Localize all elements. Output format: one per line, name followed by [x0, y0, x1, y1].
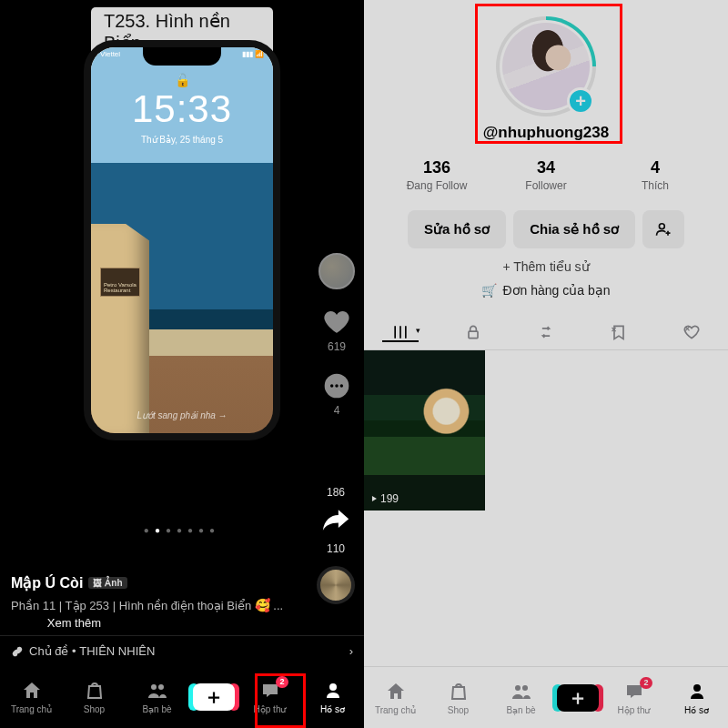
feed-screen: T253. Hình nền Biển Viettel▮▮▮ 📶 🔓 15:33…: [0, 0, 364, 728]
add-bio-link[interactable]: + Thêm tiểu sử: [364, 259, 728, 274]
edit-profile-button[interactable]: Sửa hồ sơ: [408, 210, 506, 248]
inbox-badge: 2: [640, 677, 652, 689]
author-name[interactable]: Mập Ú Còi: [11, 574, 83, 592]
stat-following[interactable]: 136 Đang Follow: [382, 158, 491, 192]
tab-inbox[interactable]: 2 Hộp thư: [243, 680, 298, 714]
comment-icon: [322, 371, 351, 400]
tab-liked[interactable]: [664, 323, 719, 341]
tab-reposts[interactable]: [519, 323, 573, 341]
profile-handle[interactable]: @nhuphuong238: [364, 124, 728, 142]
swipe-hint: Lướt sang phải nha →: [91, 410, 273, 420]
tab-home[interactable]: Trang chủ: [369, 681, 423, 715]
share-block: 186 110: [317, 486, 355, 604]
topic-prefix: Chủ đề •: [29, 644, 76, 658]
tab-grid[interactable]: ▾: [373, 323, 428, 341]
video-caption[interactable]: Phần 11 | Tập 253 | Hình nền điện thoại …: [11, 597, 300, 632]
profile-avatar[interactable]: +: [496, 16, 596, 116]
person-icon: [686, 681, 708, 703]
profile-content-tabs: ▾: [364, 314, 728, 350]
like-button[interactable]: 619: [322, 308, 351, 353]
comment-button[interactable]: 4: [322, 371, 351, 417]
carousel-dots: ●●●●●●●: [0, 525, 364, 535]
home-icon: [21, 680, 43, 702]
bookmark-icon: [610, 323, 628, 341]
add-user-icon: [654, 220, 672, 238]
signal-icons: ▮▮▮ 📶: [242, 50, 264, 58]
stat-likes[interactable]: 4 Thích: [601, 158, 710, 192]
play-icon: [369, 494, 379, 503]
tab-shop[interactable]: Shop: [431, 681, 486, 715]
like-count: 619: [328, 340, 346, 353]
profile-screen: + @nhuphuong238 136 Đang Follow 34 Follo…: [364, 0, 728, 728]
cart-icon: 🛒: [481, 283, 497, 298]
bottom-tabbar-dark: Trang chủ Shop Bạn bè＋ 2 Hộp thư Hồ sơ: [0, 666, 364, 728]
profile-extras: + Thêm tiểu sử 🛒 Đơn hàng của bạn: [364, 259, 728, 298]
share-count: 110: [317, 542, 355, 555]
share-icon: [320, 506, 351, 537]
lockscreen-mockup: Viettel▮▮▮ 📶 🔓 15:33 Thứ Bảy, 25 tháng 5…: [84, 40, 280, 440]
topic-bar[interactable]: Chủ đề • THIÊN NHIÊN ›: [0, 635, 364, 666]
lockscreen-date: Thứ Bảy, 25 tháng 5: [91, 135, 273, 145]
video-meta: Mập Ú Còi 🖼 Ảnh Phần 11 | Tập 253 | Hình…: [11, 574, 300, 632]
tab-profile[interactable]: Hồ sơ: [306, 680, 360, 714]
heart-outline-icon: [682, 323, 701, 341]
heart-icon: [322, 308, 351, 337]
video-grid: 199: [364, 350, 728, 511]
add-story-button[interactable]: +: [567, 87, 594, 115]
profile-buttons: Sửa hồ sơ Chia sẻ hồ sơ: [364, 210, 728, 248]
video-views: 199: [369, 492, 399, 505]
grid-icon: [391, 323, 410, 341]
friends-icon: [147, 680, 168, 702]
comment-count: 4: [334, 404, 340, 417]
friends-icon: [511, 681, 532, 703]
create-button[interactable]: ＋: [557, 684, 599, 712]
sound-disc[interactable]: [317, 566, 355, 604]
chevron-down-icon: ▾: [416, 326, 420, 335]
stat-followers[interactable]: 34 Follower: [491, 158, 601, 192]
video-side-rail: 619 4: [318, 253, 355, 417]
tab-friends[interactable]: Bạn bè: [130, 680, 185, 714]
home-icon: [385, 681, 407, 703]
bag-icon: [448, 681, 470, 703]
carrier-label: Viettel: [100, 50, 120, 58]
link-icon: [11, 645, 24, 658]
add-friend-button[interactable]: [642, 210, 684, 248]
lock-icon: [464, 323, 482, 341]
bag-icon: [84, 680, 106, 702]
repost-icon: [537, 323, 555, 341]
share-button[interactable]: [317, 499, 355, 541]
tab-private[interactable]: [446, 323, 500, 341]
tab-friends[interactable]: Bạn bè: [494, 681, 549, 715]
your-orders-link[interactable]: 🛒 Đơn hàng của bạn: [364, 283, 728, 298]
inbox-badge: 2: [276, 676, 288, 688]
video-thumbnail[interactable]: 199: [364, 350, 485, 511]
chevron-right-icon: ›: [349, 644, 353, 658]
tab-profile[interactable]: Hồ sơ: [670, 681, 724, 715]
media-type-badge: 🖼 Ảnh: [88, 577, 126, 589]
save-count: 186: [317, 486, 355, 499]
topic-name: THIÊN NHIÊN: [79, 644, 155, 658]
tab-inbox[interactable]: 2 Hộp thư: [607, 681, 662, 715]
plus-icon: ＋: [204, 687, 224, 707]
lockscreen-time: 15:33: [91, 87, 273, 131]
share-profile-button[interactable]: Chia sẻ hồ sơ: [513, 210, 635, 248]
plus-icon: ＋: [568, 688, 588, 708]
lock-icon: 🔓: [175, 73, 190, 87]
person-icon: [322, 680, 344, 702]
profile-stats: 136 Đang Follow 34 Follower 4 Thích: [364, 158, 728, 192]
author-avatar[interactable]: [318, 253, 355, 289]
tab-shop[interactable]: Shop: [67, 680, 122, 714]
tab-saved[interactable]: [592, 323, 646, 341]
see-more-link[interactable]: Xem thêm: [47, 616, 101, 630]
tab-home[interactable]: Trang chủ: [5, 680, 59, 714]
bottom-tabbar-light: Trang chủ Shop Bạn bè＋ 2 Hộp thư Hồ sơ: [364, 666, 728, 728]
create-button[interactable]: ＋: [193, 683, 235, 711]
